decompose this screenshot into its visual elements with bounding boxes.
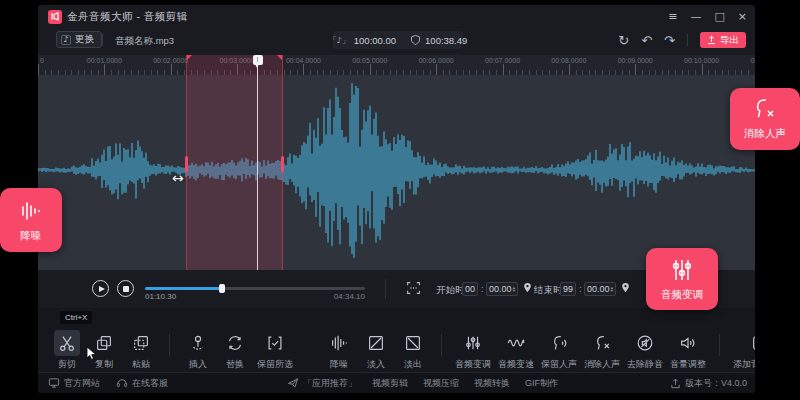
copy-icon	[94, 333, 114, 353]
tool-label: 音量调整	[670, 358, 706, 371]
remove-silence-icon	[635, 333, 655, 353]
progress-thumb[interactable]	[219, 284, 225, 293]
status-bar: 官方网站 在线客服 「应用推荐」 视频剪辑 视频压缩 视频转换 GIF制作	[38, 372, 755, 393]
start-seconds-input[interactable]: 00.00 ▴▾	[486, 282, 518, 296]
start-minutes-input[interactable]: 00	[462, 282, 478, 296]
divider	[687, 34, 688, 46]
start-stepper[interactable]: ▴▾	[513, 286, 515, 293]
link-gif-maker[interactable]: GIF制作	[525, 377, 558, 390]
window-title: 金舟音频大师 - 音频剪辑	[67, 10, 188, 24]
tools-bar: Ctrl+X 剪切 复制 粘贴 插入	[38, 308, 755, 372]
ruler-tick-label: 00:10.0000	[684, 57, 719, 64]
close-icon[interactable]: ×	[738, 11, 747, 22]
tool-fade-in[interactable]: 淡入	[361, 330, 391, 371]
waveform-area[interactable]: ↔	[38, 75, 755, 270]
play-button[interactable]	[92, 280, 109, 297]
tool-label: 复制	[95, 358, 113, 371]
stop-button[interactable]	[117, 280, 134, 297]
divider	[385, 279, 386, 299]
ruler-tick-marks	[38, 64, 755, 75]
end-minutes-input[interactable]: 99	[560, 282, 576, 296]
tool-keep-vocal[interactable]: 保留人声	[541, 330, 577, 371]
export-button[interactable]: 导出	[700, 32, 746, 48]
update-icon	[670, 378, 681, 389]
progress-bar[interactable]	[145, 287, 365, 290]
tool-paste[interactable]: 粘贴	[126, 330, 156, 371]
divider	[169, 334, 170, 356]
ruler-tick-label: 00:04.0000	[286, 57, 321, 64]
tool-replace[interactable]: 替换	[220, 330, 250, 371]
start-pin-icon[interactable]	[522, 281, 533, 294]
resize-cursor-icon: ↔	[172, 170, 184, 186]
scissors-icon	[57, 333, 77, 353]
link-video-edit[interactable]: 视频剪辑	[372, 377, 408, 390]
redo-icon[interactable]: ↷	[664, 34, 675, 47]
app-recommend-link[interactable]: 「应用推荐」	[287, 377, 357, 390]
link-video-compress[interactable]: 视频压缩	[423, 377, 459, 390]
link-video-convert[interactable]: 视频转换	[474, 377, 510, 390]
elapsed-shield-icon	[410, 34, 421, 46]
app-stage: 金舟音频大师 - 音频剪辑 ≡ — □ × ♪ 更换 音频名称.mp3 「♪」 …	[0, 0, 800, 400]
replace-audio-button[interactable]: ♪ 更换	[56, 31, 102, 48]
tool-add-bgm[interactable]: 添加背景音乐	[733, 330, 755, 371]
waveform-svg	[38, 75, 755, 270]
mouse-cursor-icon	[86, 346, 97, 361]
tool-label: 添加背景音乐	[733, 358, 755, 371]
online-service-label: 在线客服	[132, 377, 168, 390]
tool-cut[interactable]: 剪切	[52, 330, 82, 371]
export-label: 导出	[720, 34, 739, 47]
playhead[interactable]	[257, 62, 258, 270]
timeline-ruler[interactable]: 0 00:01.0000 00:02.0000 00:03.0000 00:04…	[38, 55, 755, 75]
version-info[interactable]: 版本号：V4.0.0	[670, 377, 747, 390]
tool-remove-vocal[interactable]: 消除人声	[584, 330, 620, 371]
floating-remove-vocal-label: 消除人声	[744, 127, 786, 141]
tool-noise-reduction[interactable]: 降噪	[324, 330, 354, 371]
tool-fade-out[interactable]: 淡出	[398, 330, 428, 371]
status-left: 官方网站 在线客服	[48, 377, 168, 390]
ruler-tick-label: 0	[40, 57, 44, 64]
playhead-pin-icon[interactable]	[253, 55, 263, 65]
selection-right-handle[interactable]	[281, 156, 284, 172]
tool-pitch[interactable]: 音频变调	[455, 330, 491, 371]
minimize-icon[interactable]: —	[690, 11, 701, 22]
official-site-link[interactable]: 官方网站	[48, 377, 100, 390]
floating-remove-vocal-button[interactable]: 消除人声	[730, 88, 800, 150]
online-service-link[interactable]: 在线客服	[116, 377, 168, 390]
end-pin-icon[interactable]	[620, 281, 631, 294]
ruler-tick-label: 00:09.0000	[618, 57, 653, 64]
tool-volume[interactable]: 音量调整	[670, 330, 706, 371]
undo-icon[interactable]: ↶	[641, 34, 652, 47]
tool-remove-silence[interactable]: 去除静音	[627, 330, 663, 371]
header-actions: ↻ ↶ ↷ 导出	[618, 30, 746, 50]
play-icon	[99, 286, 105, 292]
remove-vocal-icon	[592, 333, 612, 353]
end-stepper[interactable]: ▴▾	[611, 286, 613, 293]
tool-keep-selected[interactable]: 保留所选	[257, 330, 293, 371]
start-seconds-value: 00.00	[489, 284, 512, 294]
selection-left-handle[interactable]	[185, 156, 188, 172]
duration-value: 100:00.00	[354, 35, 396, 46]
ruler-tick-label: 00:08.0000	[551, 57, 586, 64]
ruler-tick-label: 00:01.0000	[87, 57, 122, 64]
refresh-icon[interactable]: ↻	[618, 34, 629, 47]
paste-icon	[131, 333, 151, 353]
tool-insert[interactable]: 插入	[183, 330, 213, 371]
tool-speed[interactable]: 音频变速	[498, 330, 534, 371]
tool-label: 音频变速	[498, 358, 534, 371]
tool-label: 淡出	[404, 358, 422, 371]
remove-vocal-icon	[750, 98, 780, 122]
divider	[102, 34, 103, 46]
menu-icon[interactable]: ≡	[668, 11, 677, 22]
tool-label: 剪切	[58, 358, 76, 371]
pitch-sliders-icon	[669, 257, 695, 283]
maximize-icon[interactable]: □	[714, 11, 724, 22]
fade-in-icon	[366, 333, 386, 353]
selection-region[interactable]	[186, 55, 283, 270]
floating-pitch-button[interactable]: 音频变调	[646, 248, 718, 310]
duration-icon: 「♪」	[329, 35, 350, 46]
end-seconds-input[interactable]: 00.00 ▴▾	[584, 282, 616, 296]
recommend-icon	[287, 377, 299, 389]
floating-noise-reduction-button[interactable]: 降噪	[0, 188, 62, 252]
title-bar: 金舟音频大师 - 音频剪辑 ≡ — □ ×	[38, 5, 755, 28]
music-note-icon: ♪	[61, 35, 71, 45]
